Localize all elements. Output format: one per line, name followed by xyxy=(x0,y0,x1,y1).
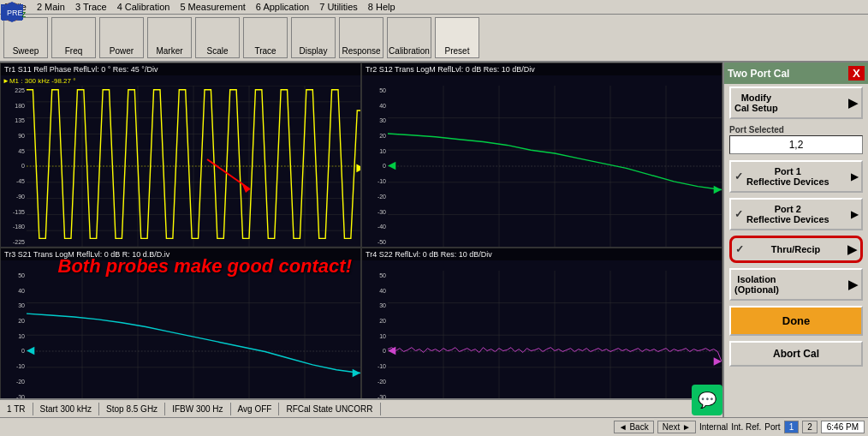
svg-text:PRE: PRE xyxy=(7,9,23,17)
port1-reflective-button[interactable]: ✓ Port 1Reflective Devices ▶ xyxy=(729,160,863,193)
status-rfcal: RFCal State UNCORR xyxy=(279,403,380,415)
port1-reflective-label: Port 1Reflective Devices xyxy=(746,166,829,187)
status-bar: 1 TR Start 300 kHz Stop 8.5 GHz IFBW 300… xyxy=(0,398,722,417)
chart-s21-title: Tr3 S21 Trans LogM ReflLvl: 0 dB R: 10 d… xyxy=(1,248,360,260)
svg-marker-42 xyxy=(388,162,395,170)
port2-button[interactable]: 2 xyxy=(802,421,817,433)
svg-marker-55 xyxy=(353,369,360,378)
preset-icon: PRE xyxy=(445,21,469,45)
internal-label: Internal xyxy=(699,422,728,432)
int-ref-label: Int. Ref. xyxy=(731,422,761,432)
port1-button[interactable]: 1 xyxy=(784,421,800,433)
chart-s22-title: Tr4 S22 ReflLvl: 0 dB Res: 10 dB/Div xyxy=(362,248,722,260)
svg-marker-54 xyxy=(27,347,34,355)
status-tr: 1 TR xyxy=(0,403,33,415)
port2-reflective-button[interactable]: ✓ Port 2Reflective Devices ▶ xyxy=(729,198,863,230)
svg-marker-29 xyxy=(356,164,360,173)
port1-arrow-icon: ▶ xyxy=(851,171,858,182)
toolbar: Sweep Hz Freq Power Marker Scale Trace xyxy=(0,15,868,63)
chart-s11: Tr1 S11 Refl Phase ReflLvl: 0 ° Res: 45 … xyxy=(0,63,361,248)
next-button[interactable]: Next ► xyxy=(657,421,696,433)
port1-checkmark-icon: ✓ xyxy=(734,170,743,182)
wechat-icon: 💬 xyxy=(692,385,722,415)
port2-reflective-label: Port 2Reflective Devices xyxy=(746,204,829,224)
bottom-right-controls: ◄ Back Next ► Internal Int. Ref. Port 1 … xyxy=(614,421,865,433)
status-stop: Stop 8.5 GHz xyxy=(99,403,165,415)
svg-marker-43 xyxy=(714,186,722,194)
chart-s12-title: Tr2 S12 Trans LogM ReflLvl: 0 dB Res: 10… xyxy=(362,63,722,75)
back-button[interactable]: ◄ Back xyxy=(614,421,654,433)
status-ifbw: IFBW 300 Hz xyxy=(165,403,230,415)
preset-button[interactable]: PRE Preset xyxy=(435,17,479,58)
port2-arrow-icon: ▶ xyxy=(851,209,858,220)
chart-s12-ylabels: 50 40 30 20 10 0 -10 -20 -30 -40 -50 xyxy=(362,86,388,247)
chart-s11-marker: ►M1 : 300 kHz -98.27 ° xyxy=(3,77,75,85)
bottom-bar: ◄ Back Next ► Internal Int. Ref. Port 1 … xyxy=(0,417,868,436)
chart-s12: Tr2 S12 Trans LogM ReflLvl: 0 dB Res: 10… xyxy=(361,63,722,248)
port-label: Port xyxy=(764,422,780,432)
chart-area: Tr1 S11 Refl Phase ReflLvl: 0 ° Res: 45 … xyxy=(0,63,722,433)
chart-s11-title: Tr1 S11 Refl Phase ReflLvl: 0 ° Res: 45 … xyxy=(1,63,360,75)
status-avg: Avg OFF xyxy=(231,403,280,415)
status-start: Start 300 kHz xyxy=(33,403,100,415)
chart-s11-ylabels: 225 180 135 90 45 0 -45 -90 -135 -180 -2… xyxy=(1,86,27,247)
port2-checkmark-icon: ✓ xyxy=(734,208,743,220)
time-display: 6:46 PM xyxy=(821,421,865,433)
